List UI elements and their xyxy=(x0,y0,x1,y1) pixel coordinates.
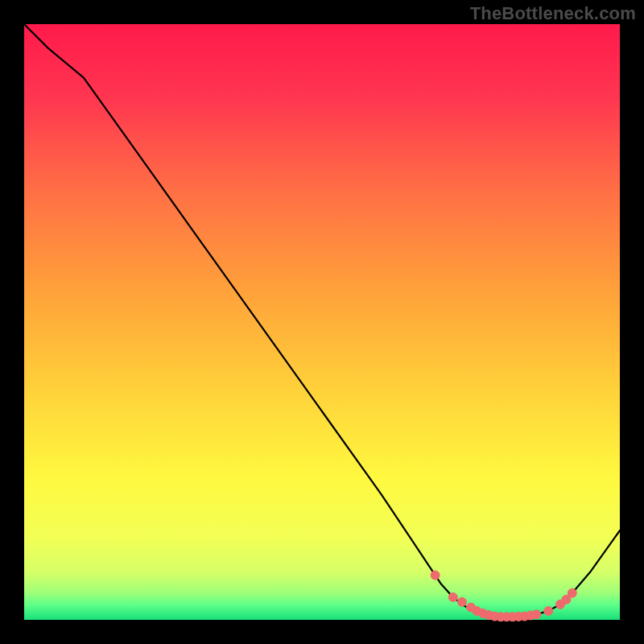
data-marker xyxy=(457,597,466,606)
data-marker xyxy=(431,571,440,580)
data-marker xyxy=(568,588,576,597)
data-marker xyxy=(532,610,541,619)
bottleneck-chart xyxy=(0,0,644,644)
data-marker xyxy=(544,606,553,615)
chart-frame: TheBottleneck.com xyxy=(0,0,644,644)
plot-area xyxy=(24,24,620,620)
data-marker xyxy=(448,592,457,601)
